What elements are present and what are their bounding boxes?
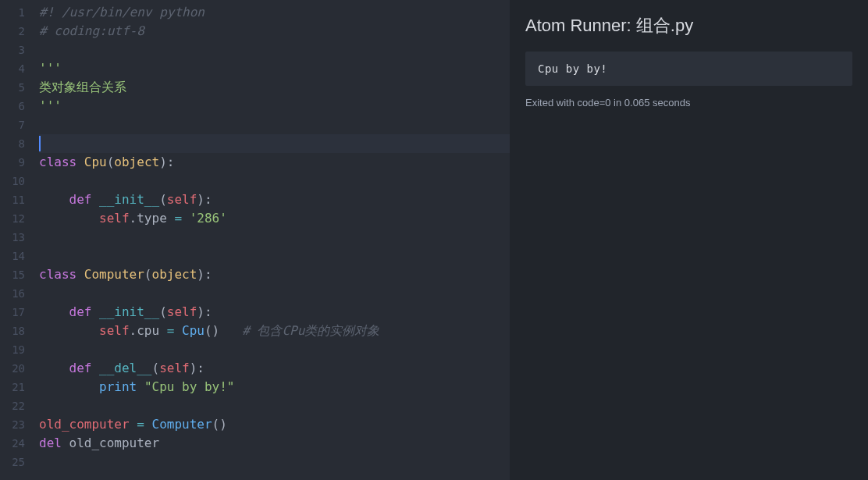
code-token: = [159, 323, 182, 338]
code-token: Cpu [84, 155, 107, 169]
code-token [39, 361, 69, 375]
line-number: 4 [0, 59, 25, 78]
code-line[interactable]: 类对象组合关系 [39, 78, 510, 97]
code-line[interactable]: del old_computer [39, 434, 510, 453]
code-token: '286' [190, 211, 227, 226]
code-token [219, 323, 242, 338]
code-token: ( [107, 155, 115, 169]
line-number: 22 [0, 396, 25, 415]
code-token: self [167, 304, 197, 319]
code-line[interactable] [39, 284, 510, 303]
code-token: = [130, 417, 152, 432]
runner-output: Cpu by by! [525, 52, 852, 86]
code-line[interactable]: class Cpu(object): [39, 153, 510, 172]
code-line[interactable] [39, 172, 510, 190]
code-line[interactable] [39, 247, 510, 265]
line-number: 20 [0, 359, 25, 378]
code-token: Cpu [182, 323, 205, 338]
code-token: "Cpu by by!" [144, 379, 235, 394]
code-token [137, 379, 144, 394]
line-number: 7 [0, 116, 25, 134]
code-token: ( [152, 361, 160, 375]
line-number: 21 [0, 378, 25, 396]
line-number: 9 [0, 153, 25, 172]
line-number: 15 [0, 265, 25, 284]
line-number: 19 [0, 340, 25, 359]
code-line[interactable]: def __del__(self): [39, 359, 510, 378]
code-token: ): [190, 361, 205, 375]
line-number: 13 [0, 228, 25, 247]
code-token: cpu [137, 323, 159, 338]
code-token [39, 211, 99, 226]
code-token: # coding:utf-8 [39, 23, 144, 38]
code-token: () [212, 417, 227, 432]
line-number: 10 [0, 172, 25, 190]
code-line[interactable] [39, 340, 510, 359]
code-line[interactable]: self.type = '286' [39, 209, 510, 228]
line-number: 1 [0, 3, 25, 22]
code-token: class [39, 267, 84, 282]
editor-pane[interactable]: 1234567891011121314151617181920212223242… [0, 0, 510, 480]
code-line[interactable]: #! /usr/bin/env python [39, 3, 510, 22]
line-number: 23 [0, 415, 25, 434]
code-token: del [39, 436, 69, 450]
code-line[interactable]: def __init__(self): [39, 303, 510, 322]
code-token: 类对象组合关系 [39, 80, 126, 94]
code-token: object [152, 267, 197, 282]
code-token: __del__ [99, 361, 151, 375]
code-line[interactable] [39, 228, 510, 247]
line-number: 14 [0, 247, 25, 265]
code-token: __init__ [99, 304, 159, 319]
runner-status: Exited with code=0 in 0.065 seconds [525, 97, 852, 108]
code-token: ''' [39, 61, 62, 76]
code-token: Computer [84, 267, 144, 282]
runner-pane: Atom Runner: 组合.py Cpu by by! Exited wit… [510, 0, 868, 480]
code-line[interactable]: # coding:utf-8 [39, 22, 510, 41]
code-line[interactable]: def __init__(self): [39, 190, 510, 209]
line-number: 3 [0, 41, 25, 59]
code-token: self [99, 211, 130, 226]
line-number: 6 [0, 97, 25, 116]
line-number-gutter: 1234567891011121314151617181920212223242… [0, 0, 31, 480]
code-token: ): [197, 192, 212, 207]
runner-title: Atom Runner: 组合.py [525, 14, 852, 37]
code-line[interactable] [39, 41, 510, 59]
code-line[interactable]: self.cpu = Cpu() # 包含CPu类的实例对象 [39, 322, 510, 340]
code-line[interactable] [39, 116, 510, 134]
code-line[interactable] [39, 134, 510, 153]
code-line[interactable]: print "Cpu by by!" [39, 378, 510, 396]
app-root: 1234567891011121314151617181920212223242… [0, 0, 868, 480]
line-number: 16 [0, 284, 25, 303]
code-token: . [130, 323, 137, 338]
code-token: # 包含CPu类的实例对象 [242, 323, 379, 338]
code-line[interactable]: class Computer(object): [39, 265, 510, 284]
line-number: 5 [0, 78, 25, 97]
code-token: self [99, 323, 130, 338]
code-line[interactable]: old_computer = Computer() [39, 415, 510, 434]
text-cursor [39, 136, 41, 151]
code-token: def [69, 304, 100, 319]
code-token: Computer [152, 417, 212, 432]
line-number: 2 [0, 22, 25, 41]
code-token: . [130, 211, 137, 226]
code-area[interactable]: #! /usr/bin/env python# coding:utf-8'''类… [31, 0, 510, 480]
code-token: ): [197, 304, 212, 319]
code-token: = [167, 211, 190, 226]
line-number: 8 [0, 134, 25, 153]
code-token: def [69, 361, 100, 375]
code-line[interactable] [39, 453, 510, 471]
code-token: #! /usr/bin/env python [39, 5, 205, 20]
code-token: ): [159, 155, 174, 169]
code-token: def [69, 192, 100, 207]
code-line[interactable]: ''' [39, 59, 510, 78]
code-token: ( [159, 304, 167, 319]
code-token [39, 379, 99, 394]
code-token: class [39, 155, 84, 169]
code-line[interactable] [39, 396, 510, 415]
code-token: ''' [39, 98, 62, 113]
line-number: 17 [0, 303, 25, 322]
code-token [39, 304, 69, 319]
code-token: ( [159, 192, 167, 207]
code-token [39, 192, 69, 207]
code-line[interactable]: ''' [39, 97, 510, 116]
